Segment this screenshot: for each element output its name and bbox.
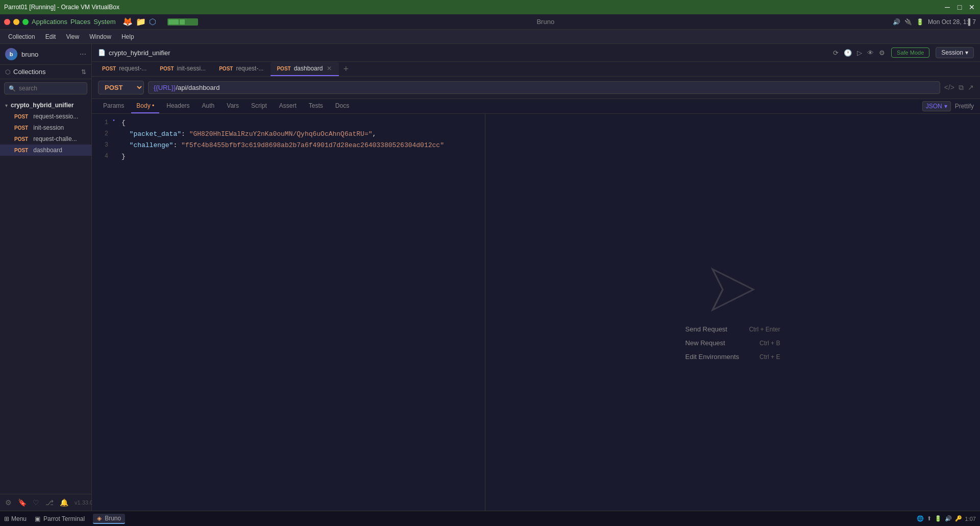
tab-request2[interactable]: POST request-...: [213, 62, 270, 76]
clock-icon[interactable]: 🕐: [844, 49, 852, 57]
editor-panel[interactable]: 1 • { 2 "packet_data": "GH820HhIEWalRzuY…: [92, 114, 485, 511]
sub-tab-vars[interactable]: Vars: [222, 99, 244, 113]
places-menu[interactable]: Places: [70, 18, 90, 26]
request-bar: POST GET PUT DELETE {{URL}} /api/dashboa…: [92, 77, 980, 99]
system-menu[interactable]: System: [93, 18, 115, 26]
session-button[interactable]: Session ▾: [936, 47, 974, 58]
sidebar-dashboard[interactable]: POST dashboard: [0, 145, 91, 156]
menu-help[interactable]: Help: [117, 32, 138, 41]
systembar-right: 🔊 🔌 🔋 Mon Oct 28, 1:▌7: [893, 18, 976, 26]
sidebar-header: b bruno ···: [0, 44, 91, 65]
menu-view[interactable]: View: [62, 32, 83, 41]
safe-mode-button[interactable]: Safe Mode: [891, 47, 929, 58]
sidebar-request-challenge[interactable]: POST request-challe...: [0, 133, 91, 145]
copy-icon[interactable]: ⧉: [959, 83, 964, 92]
titlebar-title: Parrot01 [Running] - Oracle VM VirtualBo…: [4, 4, 119, 11]
close-button[interactable]: ✕: [968, 3, 976, 11]
taskbar-bruno[interactable]: ◈ Bruno: [93, 514, 125, 524]
request-name: request-challe...: [33, 135, 77, 142]
minimize-button[interactable]: ─: [943, 3, 951, 11]
prettify-button[interactable]: Prettify: [955, 103, 974, 110]
sub-tab-docs[interactable]: Docs: [330, 99, 354, 113]
format-select[interactable]: JSON ▾: [922, 101, 951, 111]
tab-method-badge: POST: [219, 66, 233, 71]
titlebar: Parrot01 [Running] - Oracle VM VirtualBo…: [0, 0, 980, 14]
tab-close-button[interactable]: ✕: [326, 65, 333, 72]
bell-icon[interactable]: 🔔: [60, 498, 68, 507]
heart-icon[interactable]: ♡: [33, 498, 39, 507]
menu-collection[interactable]: Collection: [4, 32, 39, 41]
taskbar-icon-1[interactable]: 🌐: [917, 515, 924, 522]
url-prefix: {{URL}}: [154, 84, 176, 91]
code-line-3: 3 "challenge": "f5fc4b8455bfbf3c619d8698…: [92, 140, 485, 152]
settings-icon[interactable]: ⚙: [5, 498, 12, 507]
firefox-icon[interactable]: 🦊: [122, 17, 133, 27]
applications-menu[interactable]: Applications: [32, 18, 67, 26]
search-input[interactable]: [19, 85, 83, 92]
sub-tab-params[interactable]: Params: [98, 99, 129, 113]
taskbar-terminal[interactable]: ▣ Parrot Terminal: [31, 514, 89, 523]
code-icon[interactable]: </>: [944, 83, 954, 92]
terminal-icon: ▣: [35, 515, 40, 522]
menu-window[interactable]: Window: [85, 32, 115, 41]
tab-init-session[interactable]: POST init-sessi...: [154, 62, 212, 76]
dot-green: [22, 19, 29, 25]
sub-tabs: Params Body • Headers Auth Vars Script A…: [92, 99, 980, 114]
dot-yellow: [13, 19, 19, 25]
code-line-4: 4 }: [92, 152, 485, 163]
collection-item[interactable]: ▾ crypto_hybrid_unifier: [0, 100, 91, 111]
battery-icon: 🔋: [916, 18, 924, 26]
code-line-2: 2 "packet_data": "GH820HhIEWalRzuY2nKa0o…: [92, 129, 485, 140]
chevron-icon: ▾: [5, 103, 8, 108]
menu-button[interactable]: ⊞ Menu: [4, 515, 27, 522]
taskbar-icon-3[interactable]: 🔋: [935, 515, 942, 522]
editor-container: 1 • { 2 "packet_data": "GH820HhIEWalRzuY…: [92, 114, 980, 511]
sub-tab-auth[interactable]: Auth: [197, 99, 220, 113]
taskbar-right: 🌐 ⬆ 🔋 🔊 🔑 1:07: [917, 515, 976, 522]
menu-edit[interactable]: Edit: [41, 32, 60, 41]
taskbar: ⊞ Menu ▣ Parrot Terminal ◈ Bruno 🌐 ⬆ 🔋 🔊…: [0, 511, 980, 526]
line-number: 3: [92, 140, 112, 150]
line-content: {: [117, 118, 485, 128]
bookmark-icon[interactable]: 🔖: [18, 498, 27, 507]
taskbar-icon-4[interactable]: 🔊: [945, 515, 952, 522]
history-icon[interactable]: ⟳: [833, 49, 839, 57]
tab-dashboard[interactable]: POST dashboard ✕: [271, 62, 339, 76]
file-name: 📄 crypto_hybrid_unifier: [98, 49, 170, 57]
sidebar-init-session[interactable]: POST init-session: [0, 122, 91, 133]
method-select[interactable]: POST GET PUT DELETE: [98, 81, 144, 94]
sub-tab-body[interactable]: Body •: [131, 99, 159, 113]
version-label: v1.33.0: [75, 499, 93, 506]
tab-request1[interactable]: POST request-...: [96, 62, 153, 76]
sub-tab-headers[interactable]: Headers: [161, 99, 194, 113]
sort-button[interactable]: ⇅: [81, 68, 86, 76]
external-icon[interactable]: ↗: [968, 83, 974, 92]
run-icon[interactable]: ▷: [857, 49, 862, 57]
sub-tab-script[interactable]: Script: [246, 99, 272, 113]
user-menu-button[interactable]: ···: [80, 50, 86, 59]
content-area: 📄 crypto_hybrid_unifier ⟳ 🕐 ▷ 👁 ⚙ Safe M…: [92, 44, 980, 511]
sub-tab-tests[interactable]: Tests: [304, 99, 328, 113]
sub-tab-assert[interactable]: Assert: [274, 99, 302, 113]
gear-icon[interactable]: ⚙: [879, 49, 885, 57]
send-shortcut: Ctrl + Enter: [749, 326, 780, 333]
shortcut-group: Send Request Ctrl + Enter New Request Ct…: [685, 325, 780, 361]
eye-icon[interactable]: 👁: [867, 49, 874, 57]
send-icon: [707, 264, 758, 315]
url-container: {{URL}} /api/dashboard: [148, 81, 940, 94]
sidebar-request-session[interactable]: POST request-sessio...: [0, 111, 91, 122]
files-icon[interactable]: 📁: [136, 17, 146, 27]
request-name: init-session: [33, 124, 64, 131]
taskbar-icon-2[interactable]: ⬆: [927, 515, 932, 522]
vscode-icon[interactable]: ⬡: [149, 17, 156, 27]
branch-icon[interactable]: ⎇: [45, 498, 54, 507]
add-tab-button[interactable]: +: [340, 64, 352, 75]
collection-name: crypto_hybrid_unifier: [11, 102, 86, 109]
maximize-button[interactable]: □: [955, 3, 964, 11]
taskbar-icon-5[interactable]: 🔑: [955, 515, 962, 522]
line-content: "challenge": "f5fc4b8455bfbf3c619d8698ab…: [117, 140, 485, 150]
menubar: Collection Edit View Window Help: [0, 30, 980, 44]
tabs-bar: POST request-... POST init-sessi... POST…: [92, 62, 980, 77]
line-number: 1: [92, 118, 112, 127]
titlebar-left: Parrot01 [Running] - Oracle VM VirtualBo…: [4, 4, 119, 11]
